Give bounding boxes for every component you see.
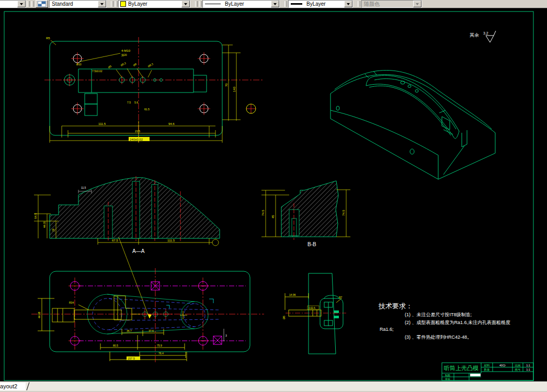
- chevron-down-icon[interactable]: [271, 1, 279, 7]
- dim-label: 7.5: [127, 101, 131, 104]
- dim-label: 7.5±0.02: [92, 70, 102, 73]
- dim-label: R34: [69, 301, 74, 304]
- plotstyle-combo: 随颜色: [361, 0, 422, 8]
- layout-tab-bar: Layout2: [0, 381, 547, 392]
- chevron-down-icon[interactable]: [344, 1, 352, 7]
- dim-label: Ø5.2: [120, 61, 127, 67]
- dim-label: 4-M10: [121, 49, 131, 52]
- toolbar-grip[interactable]: [111, 1, 113, 7]
- material-value: 40Cr: [499, 364, 506, 367]
- dim-label: 44.05: [43, 221, 46, 228]
- qty-label: 数量: [484, 368, 491, 371]
- dim-label: 14.96: [289, 293, 296, 296]
- check-label: 审核: [445, 377, 450, 381]
- dim-label: 240±0.02: [130, 138, 143, 141]
- dim-label: R5: [46, 37, 50, 40]
- dim-label: 74.5: [261, 210, 265, 216]
- iso-view: [331, 71, 495, 180]
- plan-view: R5 4-M10 深20 Ø10 7.5±0.02 Ø5 Ø5.2 Ø8 Ø8.…: [44, 37, 264, 305]
- tech-req-item: (3) 、零件热处理到HRC42-48。: [405, 335, 472, 340]
- dim-label: 111.5: [98, 122, 106, 125]
- tech-req-item: (2) 、成型表面粗糙度为Ra1.6,未注内孔表面粗糙度: [405, 320, 510, 325]
- color-swatch-icon: [120, 1, 126, 7]
- section-aa-label: A—A: [132, 248, 145, 254]
- bottom-view: 3 R34 44.98 36.7 37.6 80.5 75.9 76.4 157…: [31, 268, 264, 364]
- roughness-label: 其余: [470, 32, 479, 38]
- dim-label: Ø6: [282, 316, 286, 319]
- dim-label: Ø10: [76, 63, 82, 66]
- dim-label: 深20: [121, 53, 127, 57]
- toolbar-grip[interactable]: [195, 1, 198, 7]
- toolbar-grip[interactable]: [284, 1, 287, 7]
- color-combo[interactable]: ByLayer: [118, 0, 190, 8]
- lineweight-combo[interactable]: ByLayer: [288, 0, 353, 8]
- dim-label: R7: [339, 296, 343, 299]
- dim-label: Ø5: [108, 64, 112, 69]
- object-properties-toolbar: Standard ByLayer ByLayer ByLayer 随颜色: [0, 0, 547, 8]
- dim-label: 157.5: [128, 357, 135, 360]
- scale-label: 比例: [515, 364, 521, 367]
- tab-layout2[interactable]: Layout2: [0, 383, 26, 390]
- material-label: 材料: [484, 364, 491, 367]
- lineweight-combo-value: ByLayer: [302, 1, 344, 7]
- dim-label: 215: [135, 130, 141, 133]
- layer-combo[interactable]: [0, 0, 26, 8]
- style-combo[interactable]: Standard: [49, 0, 107, 8]
- chevron-down-icon: [413, 1, 421, 7]
- tech-req-title: 技术要求：: [378, 302, 413, 310]
- toolbar-grip[interactable]: [358, 1, 360, 7]
- title-block: 听筒上壳凸模 材料 40Cr 比例 1:1 数量 图号 1:1 制图 审核: [442, 363, 533, 381]
- dim-label: 36.7: [127, 329, 132, 332]
- tech-requirements: 技术要求： (1) 、未注公差尺寸按IT8级制造; (2) 、成型表面粗糙度为R…: [378, 302, 510, 340]
- side-detail-view: 14.96 Ø6 0.02 A R7: [282, 273, 346, 354]
- signature-block: [470, 374, 481, 376]
- dim-label: 80.5: [113, 344, 118, 347]
- chevron-down-icon[interactable]: [181, 1, 190, 7]
- section-bb-label: B-B: [307, 241, 316, 247]
- dim-label: 75.9: [157, 344, 162, 347]
- toolbar-grip[interactable]: [31, 1, 34, 7]
- roughness-value: 3.2: [483, 31, 488, 35]
- chevron-down-icon[interactable]: [17, 1, 26, 7]
- tech-req-item: (1) 、未注公差尺寸按IT8级制造;: [405, 312, 472, 317]
- dim-label: 67.5: [112, 239, 118, 242]
- scale-value: 1:1: [526, 364, 530, 367]
- dim-label: Ø8.3: [147, 62, 154, 68]
- toolbar-grip[interactable]: [199, 1, 202, 7]
- toolbar-grip[interactable]: [27, 1, 30, 7]
- dim-label: 94.6: [168, 122, 175, 125]
- dim-label: 76.4: [158, 352, 164, 355]
- style-grid-icon: [38, 1, 46, 7]
- style-combo-value: Standard: [50, 1, 98, 7]
- linetype-combo-value: ByLayer: [221, 1, 271, 7]
- tab-divider: [27, 382, 30, 390]
- dim-label: 3: [225, 334, 227, 337]
- cad-drawing: 其余 3.2: [0, 8, 547, 381]
- part-name: 听筒上壳凸模: [444, 365, 478, 371]
- dim-label: 111.5: [167, 239, 175, 242]
- layout-tab-label: Layout2: [0, 383, 26, 390]
- dim-label: 61.5: [144, 108, 150, 111]
- dim-label: Ø8: [133, 62, 138, 67]
- section-aa: 11.5 64.5 44.05 29 67.5 111.5 A—A: [34, 176, 220, 318]
- draw-label: 制图: [445, 374, 450, 377]
- linetype-combo[interactable]: ByLayer: [202, 0, 280, 8]
- dim-label: 11.5: [81, 186, 86, 189]
- dim-label: 64.5: [34, 213, 37, 219]
- text-style-button[interactable]: [36, 0, 48, 8]
- dim-label: 0.02 A: [309, 307, 315, 309]
- roughness-note: 其余 3.2: [470, 31, 496, 42]
- dim-label: 74.5: [342, 210, 345, 216]
- dim-label: 5.6: [134, 101, 138, 104]
- section-bb: 74.5 45 74.5 B-B: [261, 181, 350, 247]
- dwgno-value: 1:1: [526, 368, 530, 371]
- chevron-down-icon[interactable]: [98, 1, 106, 7]
- dwgno-label: 图号: [515, 368, 521, 372]
- color-combo-value: ByLayer: [126, 1, 181, 7]
- drawing-canvas[interactable]: 其余 3.2: [0, 8, 547, 381]
- dim-label: 37.6: [149, 329, 154, 332]
- dim-label: 45: [271, 215, 275, 218]
- toolbar-grip[interactable]: [115, 1, 118, 7]
- plotstyle-combo-value: 随颜色: [362, 1, 413, 8]
- dim-label: 70: [225, 83, 228, 87]
